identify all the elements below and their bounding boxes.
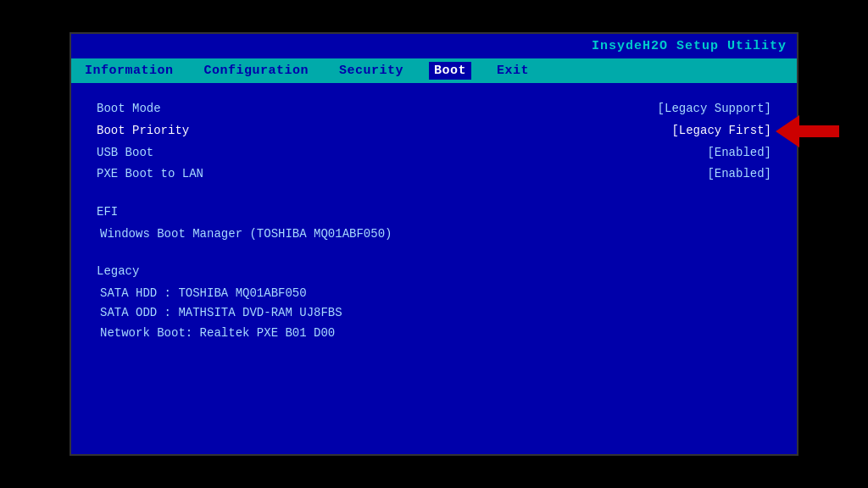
content-area: Boot Mode [Legacy Support] Boot Priority… [71,83,797,359]
title-bar: InsydeH2O Setup Utility [71,34,797,58]
menu-item-boot[interactable]: Boot [429,62,471,80]
app-title: InsydeH2O Setup Utility [592,39,787,53]
pxe-boot-row[interactable]: PXE Boot to LAN [Enabled] [97,164,771,186]
usb-boot-value: [Enabled] [707,143,771,164]
boot-priority-row-wrapper: Boot Priority [Legacy First] [97,120,771,142]
boot-mode-value: [Legacy Support] [658,99,771,119]
menu-item-exit[interactable]: Exit [492,62,534,80]
menu-item-security[interactable]: Security [334,62,409,80]
usb-boot-row[interactable]: USB Boot [Enabled] [97,142,771,164]
menu-item-information[interactable]: Information [80,62,179,80]
boot-mode-label: Boot Mode [97,99,283,119]
menu-bar[interactable]: Information Configuration Security Boot … [71,58,797,83]
usb-boot-label: USB Boot [97,143,283,164]
efi-section-label: EFI [97,202,771,223]
bios-screen: InsydeH2O Setup Utility Information Conf… [70,32,798,456]
boot-mode-row[interactable]: Boot Mode [Legacy Support] [97,98,771,120]
pxe-boot-label: PXE Boot to LAN [97,164,283,185]
legacy-item-0: SATA HDD : TOSHIBA MQ01ABF050 [97,284,771,304]
red-arrow-icon [776,115,839,147]
boot-priority-label: Boot Priority [97,121,283,141]
legacy-section-label: Legacy [97,262,771,282]
legacy-item-2: Network Boot: Realtek PXE B01 D00 [97,324,771,344]
menu-item-configuration[interactable]: Configuration [199,62,314,80]
efi-item-0: Windows Boot Manager (TOSHIBA MQ01ABF050… [97,225,771,245]
svg-marker-0 [776,115,839,147]
pxe-boot-value: [Enabled] [707,164,771,185]
boot-priority-value: [Legacy First] [671,121,771,141]
legacy-item-1: SATA ODD : MATHSITA DVD-RAM UJ8FBS [97,303,771,324]
boot-priority-row[interactable]: Boot Priority [Legacy First] [97,120,771,142]
